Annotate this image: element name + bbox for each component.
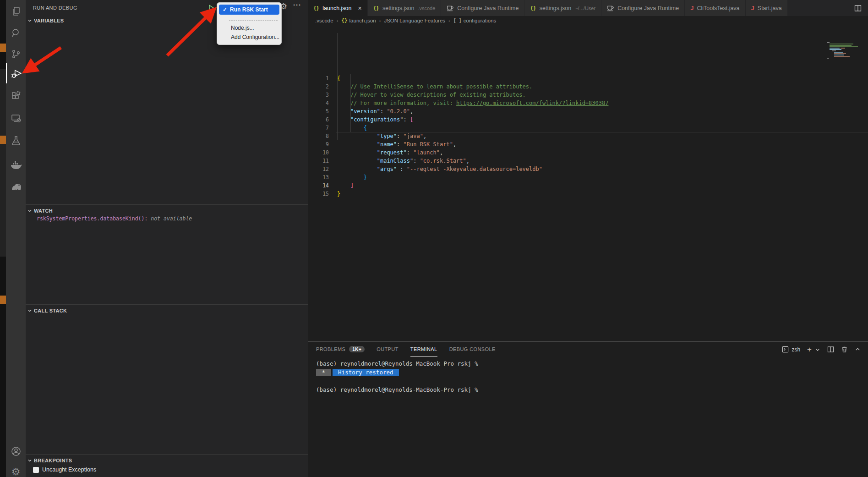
tab-settings-json[interactable]: {}settings.json~/.../User	[524, 0, 601, 16]
maximize-panel-chevron-icon[interactable]	[855, 346, 861, 352]
remote-explorer-icon[interactable]	[6, 108, 26, 128]
watch-value: not available	[151, 215, 192, 222]
history-star-badge: *	[316, 369, 331, 376]
close-tab-icon[interactable]: ×	[358, 5, 362, 11]
code-line-9[interactable]: 9 "name": "Run RSK Start",	[308, 140, 868, 148]
code-line-11[interactable]: 11 "mainClass": "co.rsk.Start",	[308, 157, 868, 165]
terminal-line: (base) reynoldmorel@Reynolds-MacBook-Pro…	[316, 359, 868, 368]
extensions-icon[interactable]	[6, 86, 26, 106]
line-number: 8	[308, 132, 336, 140]
code-line-14[interactable]: 14 ]	[308, 181, 868, 190]
breadcrumb: .vscode›{}launch.json›JSON Language Feat…	[308, 16, 868, 25]
panel-tab-output[interactable]: OUTPUT	[377, 342, 399, 357]
breadcrumb-item[interactable]: .vscode	[315, 18, 333, 23]
terminal-line	[316, 377, 868, 385]
line-content: "version": "0.2.0",	[336, 107, 413, 115]
breadcrumb-item[interactable]: {}launch.json	[341, 17, 376, 23]
breadcrumb-item[interactable]: [ ]configurations	[453, 18, 497, 23]
source-control-icon[interactable]	[6, 44, 26, 64]
code-line-10[interactable]: 10 "request": "launch",	[308, 148, 868, 157]
code-line-15[interactable]: 15}	[308, 190, 868, 198]
watch-section-header[interactable]: WATCH	[27, 206, 53, 216]
run-and-debug-icon[interactable]	[6, 63, 26, 83]
tab-start-java[interactable]: JStart.java	[746, 0, 788, 16]
line-content: "configurations": [	[336, 115, 413, 124]
panel-tab-terminal[interactable]: TERMINAL	[410, 342, 437, 357]
background-sliver-accent	[0, 296, 6, 304]
testing-beaker-icon[interactable]	[6, 131, 26, 151]
code-line-13[interactable]: 13 }	[308, 173, 868, 181]
code-line-12[interactable]: 12 "args" : "--regtest -Xkeyvalue.dataso…	[308, 165, 868, 173]
terminal-shell-item[interactable]: zsh	[782, 346, 800, 353]
array-brackets-icon: [ ]	[453, 18, 462, 23]
code-line-2[interactable]: 2 // Use IntelliSense to learn about pos…	[308, 82, 868, 91]
more-actions-icon[interactable]: ···	[293, 1, 301, 9]
line-content: // Use IntelliSense to learn about possi…	[336, 82, 532, 91]
chevron-down-icon	[27, 18, 32, 23]
line-content: }	[336, 190, 340, 198]
split-editor-icon[interactable]	[848, 0, 868, 16]
debug-start-button[interactable]	[208, 5, 215, 12]
line-content: }	[336, 173, 367, 181]
line-number: 6	[308, 115, 336, 124]
settings-gear-icon[interactable]: ⚙	[6, 462, 26, 477]
tab-settings-json[interactable]: {}settings.json.vscode	[368, 0, 442, 16]
watch-expression-row[interactable]: rskSystemProperties.databaseKind(): not …	[37, 215, 192, 222]
line-content: "args" : "--regtest -Xkeyvalue.datasourc…	[336, 165, 542, 173]
menu-item-selected[interactable]: ✓ Run RSK Start	[219, 5, 279, 15]
line-number: 3	[308, 91, 336, 99]
chevron-down-icon	[27, 208, 32, 213]
watch-expression: rskSystemProperties.databaseKind():	[37, 215, 147, 222]
breadcrumb-item[interactable]: JSON Language Features	[384, 18, 445, 23]
call-stack-section-header[interactable]: CALL STACK	[27, 306, 67, 316]
code-line-1[interactable]: 1{	[308, 74, 868, 82]
new-terminal-icon[interactable]: +	[807, 345, 812, 353]
tab-bar-spacer	[788, 0, 848, 16]
gradle-elephant-icon[interactable]	[6, 176, 26, 197]
breadcrumb-separator: ›	[448, 18, 450, 23]
panel-header: PROBLEMS1K+OUTPUTTERMINALDEBUG CONSOLE z…	[308, 342, 868, 357]
tab-label: settings.json	[540, 5, 571, 11]
line-number: 11	[308, 157, 336, 165]
docker-icon[interactable]	[6, 155, 26, 175]
chevron-down-icon	[27, 308, 32, 313]
code-line-6[interactable]: 6 "configurations": [	[308, 115, 868, 124]
minimap[interactable]	[826, 25, 861, 44]
java-runtime-cup-icon	[447, 5, 454, 11]
run-and-debug-sidebar: RUN AND DEBUG VARIABLES WATCH rskSystemP…	[26, 0, 308, 477]
line-content: // For more information, visit: https://…	[336, 99, 608, 107]
uncaught-exceptions-checkbox[interactable]	[33, 467, 39, 473]
current-line-highlight	[336, 132, 868, 140]
code-editor[interactable]: 1{2 // Use IntelliSense to learn about p…	[308, 25, 868, 341]
code-line-4[interactable]: 4 // For more information, visit: https:…	[308, 99, 868, 107]
breakpoints-section-header[interactable]: BREAKPOINTS	[27, 455, 72, 466]
code-line-5[interactable]: 5 "version": "0.2.0",	[308, 107, 868, 115]
kill-terminal-trash-icon[interactable]	[841, 346, 848, 353]
panel-tab-debug-console[interactable]: DEBUG CONSOLE	[449, 342, 496, 357]
split-terminal-icon[interactable]	[827, 346, 834, 353]
tab-clitoolstest-java[interactable]: JCliToolsTest.java	[685, 0, 745, 16]
tab-configure-java-runtime[interactable]: Configure Java Runtime	[441, 0, 524, 16]
code-line-3[interactable]: 3 // Hover to view descriptions of exist…	[308, 91, 868, 99]
tab-label: Start.java	[758, 5, 782, 11]
code-line-7[interactable]: 7 {	[308, 124, 868, 132]
menu-item-add-configuration[interactable]: Add Configuration...	[217, 33, 281, 42]
line-content: "request": "launch",	[336, 148, 443, 157]
tab-configure-java-runtime[interactable]: Configure Java Runtime	[601, 0, 685, 16]
variables-section-header[interactable]: VARIABLES	[27, 16, 64, 26]
line-content: {	[336, 124, 367, 132]
terminal-output[interactable]: (base) reynoldmorel@Reynolds-MacBook-Pro…	[316, 359, 868, 394]
line-number: 12	[308, 165, 336, 173]
indent-guide	[364, 82, 364, 124]
tab-label: launch.json	[322, 5, 351, 11]
line-number: 7	[308, 124, 336, 132]
search-icon[interactable]	[6, 23, 26, 43]
json-braces-icon: {}	[530, 5, 536, 11]
line-number: 13	[308, 173, 336, 181]
panel-tab-problems[interactable]: PROBLEMS1K+	[316, 342, 365, 357]
tab-launch-json[interactable]: {}launch.json×	[308, 0, 368, 16]
terminal-dropdown-chevron-icon[interactable]	[815, 347, 820, 352]
menu-item-nodejs[interactable]: Node.js...	[217, 23, 281, 33]
explorer-icon[interactable]	[6, 1, 26, 22]
accounts-icon[interactable]	[6, 441, 26, 461]
